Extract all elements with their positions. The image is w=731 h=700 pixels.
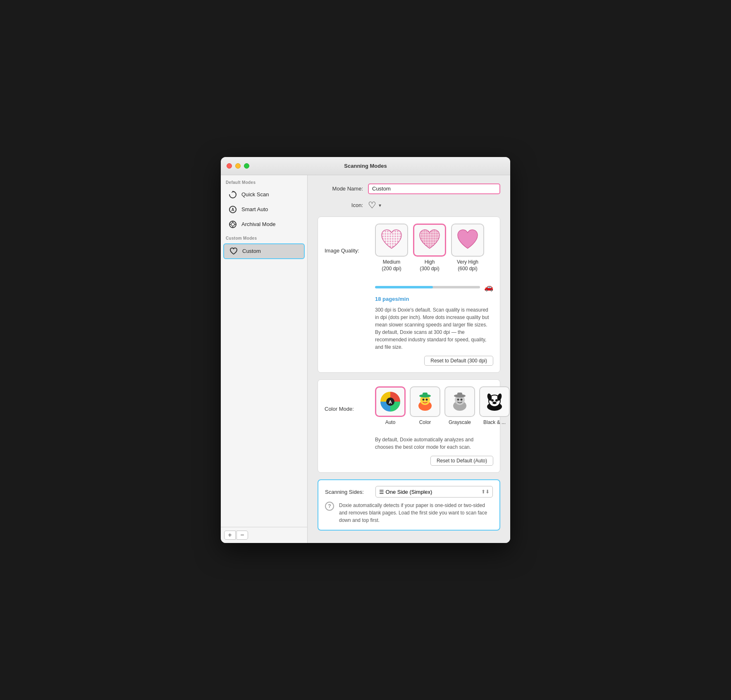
icon-selector: ♡ ▾ bbox=[368, 200, 381, 211]
quality-description: 300 dpi is Doxie's default. Scan quality… bbox=[375, 306, 493, 351]
close-button[interactable] bbox=[227, 163, 232, 169]
svg-rect-22 bbox=[457, 393, 462, 397]
color-icon-auto: A bbox=[375, 386, 406, 417]
color-icon-grayscale bbox=[444, 386, 475, 417]
color-auto-label: Auto bbox=[385, 419, 396, 425]
image-quality-title-row: Image Quality: bbox=[325, 224, 493, 278]
sidebar-item-archival[interactable]: Archival Mode bbox=[223, 217, 305, 231]
quality-option-medium[interactable]: Medium(200 dpi) bbox=[375, 224, 408, 272]
quality-option-high[interactable]: High(300 dpi) bbox=[413, 224, 446, 272]
speed-bar-track bbox=[375, 286, 480, 288]
simplex-select-wrapper: ☰ One Side (Simplex) ⇅ Both Sides (Duple… bbox=[375, 486, 493, 498]
quality-high-label: High(300 dpi) bbox=[420, 259, 439, 272]
scanning-sides-label: Scanning Sides: bbox=[325, 489, 370, 495]
quality-options: Medium(200 dpi) bbox=[375, 224, 484, 272]
color-option-auto[interactable]: A Auto bbox=[375, 386, 406, 425]
color-mode-section: Color Mode: bbox=[318, 379, 500, 473]
main-panel: Mode Name: Icon: ♡ ▾ Image Quality: bbox=[308, 175, 510, 543]
mode-name-row: Mode Name: bbox=[318, 183, 500, 194]
default-modes-label: Default Modes bbox=[221, 180, 307, 187]
svg-text:A: A bbox=[389, 400, 392, 405]
quality-icon-very-high bbox=[451, 224, 484, 257]
svg-point-3 bbox=[231, 223, 234, 226]
speed-bar-row: 🚗 bbox=[375, 283, 493, 292]
color-black-label: Black & ... bbox=[483, 419, 506, 425]
sidebar-footer: + − bbox=[221, 527, 307, 543]
image-quality-label: Image Quality: bbox=[325, 248, 370, 254]
custom-label: Custom bbox=[242, 248, 261, 254]
svg-point-17 bbox=[423, 399, 425, 401]
icon-label: Icon: bbox=[318, 202, 363, 208]
quick-scan-icon bbox=[228, 190, 237, 199]
scanning-sides-row: Scanning Sides: ☰ One Side (Simplex) ⇅ B… bbox=[325, 486, 493, 498]
reset-dpi-button[interactable]: Reset to Default (300 dpi) bbox=[424, 356, 493, 366]
color-option-grayscale[interactable]: Grayscale bbox=[444, 386, 475, 425]
svg-rect-16 bbox=[423, 393, 428, 397]
color-mode-title-row: Color Mode: bbox=[325, 386, 493, 431]
titlebar: Scanning Modes bbox=[221, 157, 510, 175]
color-color-label: Color bbox=[419, 419, 431, 425]
quality-option-very-high[interactable]: Very High(600 dpi) bbox=[451, 224, 484, 272]
sidebar-item-custom[interactable]: Custom bbox=[223, 243, 305, 259]
archival-icon bbox=[228, 220, 237, 229]
custom-modes-label: Custom Modes bbox=[221, 236, 307, 243]
svg-point-24 bbox=[461, 399, 463, 401]
svg-point-29 bbox=[491, 399, 494, 402]
sidebar-item-quick-scan[interactable]: Quick Scan bbox=[223, 188, 305, 202]
quick-scan-label: Quick Scan bbox=[241, 191, 269, 198]
svg-text:A: A bbox=[231, 207, 234, 212]
mode-name-label: Mode Name: bbox=[318, 186, 363, 192]
svg-point-31 bbox=[492, 402, 497, 404]
scanning-sides-section: Scanning Sides: ☰ One Side (Simplex) ⇅ B… bbox=[318, 479, 500, 531]
svg-point-30 bbox=[495, 399, 498, 402]
remove-mode-button[interactable]: − bbox=[236, 531, 248, 540]
color-description: By default, Doxie automatically analyzes… bbox=[375, 436, 493, 451]
color-icon-black bbox=[479, 386, 510, 417]
speed-car-icon: 🚗 bbox=[484, 283, 493, 292]
quality-very-high-label: Very High(600 dpi) bbox=[457, 259, 478, 272]
reset-color-button[interactable]: Reset to Default (Auto) bbox=[430, 456, 493, 466]
color-option-color[interactable]: Color bbox=[410, 386, 440, 425]
scanning-sides-description: Doxie automatically detects if your pape… bbox=[339, 502, 493, 524]
fullscreen-button[interactable] bbox=[244, 163, 249, 169]
speed-bar-fill bbox=[375, 286, 433, 288]
icon-dropdown-button[interactable]: ▾ bbox=[379, 202, 381, 208]
content-area: Default Modes Quick Scan A Sma bbox=[221, 175, 510, 543]
custom-icon bbox=[229, 247, 238, 256]
smart-auto-icon: A bbox=[228, 205, 237, 214]
add-mode-button[interactable]: + bbox=[224, 531, 236, 540]
color-icon-color bbox=[410, 386, 440, 417]
archival-label: Archival Mode bbox=[241, 221, 275, 227]
quality-icon-high bbox=[413, 224, 446, 257]
color-option-black[interactable]: Black & ... bbox=[479, 386, 510, 425]
svg-point-18 bbox=[426, 399, 428, 401]
minimize-button[interactable] bbox=[235, 163, 241, 169]
icon-value: ♡ bbox=[368, 200, 376, 211]
sidebar: Default Modes Quick Scan A Sma bbox=[221, 175, 308, 543]
color-mode-label: Color Mode: bbox=[325, 406, 370, 412]
speed-label: 18 pages/min bbox=[375, 296, 493, 302]
icon-row: Icon: ♡ ▾ bbox=[318, 200, 500, 211]
window-title: Scanning Modes bbox=[344, 163, 387, 169]
help-button[interactable]: ? bbox=[325, 502, 334, 511]
scanning-sides-select[interactable]: ☰ One Side (Simplex) ⇅ Both Sides (Duple… bbox=[375, 486, 493, 498]
color-options: A Auto bbox=[375, 386, 510, 425]
smart-auto-label: Smart Auto bbox=[241, 206, 268, 212]
sidebar-item-smart-auto[interactable]: A Smart Auto bbox=[223, 202, 305, 217]
quality-medium-label: Medium(200 dpi) bbox=[382, 259, 401, 272]
image-quality-section: Image Quality: bbox=[318, 217, 500, 373]
color-grayscale-label: Grayscale bbox=[449, 419, 471, 425]
traffic-lights bbox=[227, 163, 249, 169]
help-row: ? Doxie automatically detects if your pa… bbox=[325, 502, 493, 524]
svg-point-23 bbox=[457, 399, 459, 401]
quality-icon-medium bbox=[375, 224, 408, 257]
main-window: Scanning Modes Default Modes Quick Scan bbox=[221, 157, 510, 543]
mode-name-input[interactable] bbox=[368, 183, 500, 194]
